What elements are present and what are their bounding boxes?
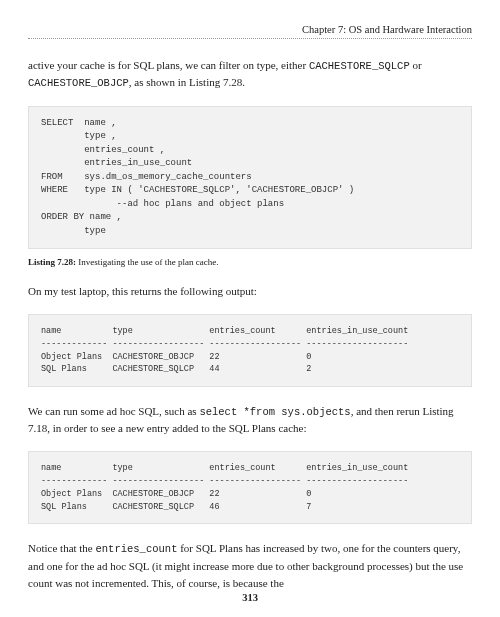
code-inline: CACHESTORE_OBJCP — [28, 77, 129, 89]
text-fragment: We can run some ad hoc SQL, such as — [28, 405, 199, 417]
code-inline: CACHESTORE_SQLCP — [309, 60, 410, 72]
text-fragment: , as shown in Listing 7.28. — [129, 76, 245, 88]
chapter-header: Chapter 7: OS and Hardware Interaction — [28, 24, 472, 39]
text-fragment: or — [410, 59, 422, 71]
text-fragment: active your cache is for SQL plans, we c… — [28, 59, 309, 71]
paragraph-3: We can run some ad hoc SQL, such as sele… — [28, 403, 472, 437]
listing-text: Investigating the use of the plan cache. — [76, 257, 218, 267]
paragraph-1: active your cache is for SQL plans, we c… — [28, 57, 472, 92]
code-inline: entries_count — [96, 543, 178, 555]
code-listing-7-28: SELECT name , type , entries_count , ent… — [28, 106, 472, 250]
paragraph-2: On my test laptop, this returns the foll… — [28, 283, 472, 300]
paragraph-4: Notice that the entries_count for SQL Pl… — [28, 540, 472, 591]
listing-label: Listing 7.28: — [28, 257, 76, 267]
text-fragment: Notice that the — [28, 542, 96, 554]
listing-caption: Listing 7.28: Investigating the use of t… — [28, 257, 472, 267]
code-inline: select *from sys.objects — [199, 406, 350, 418]
output-block-1: name type entries_count entries_in_use_c… — [28, 314, 472, 387]
page-number: 313 — [0, 592, 500, 603]
output-block-2: name type entries_count entries_in_use_c… — [28, 451, 472, 524]
